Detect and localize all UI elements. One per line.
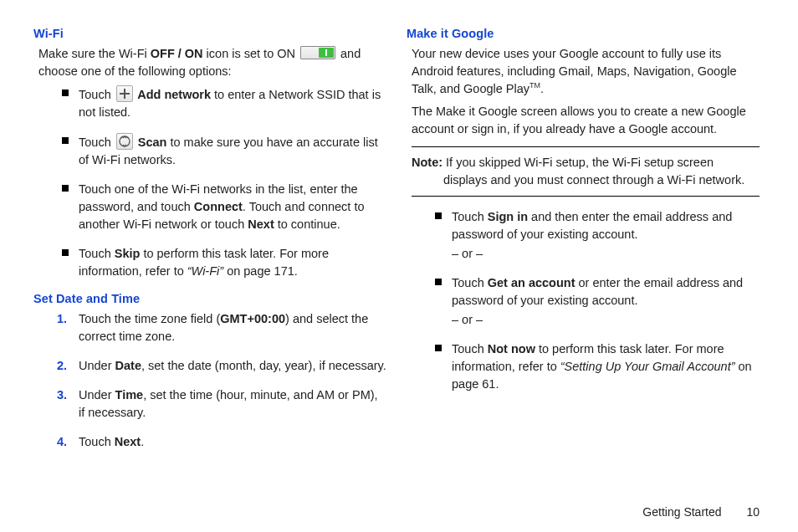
text: Touch the time zone field ( <box>79 312 220 325</box>
list-item: Touch Add network to enter a Network SSI… <box>62 85 386 121</box>
text: Touch <box>452 210 488 223</box>
step-item: Touch Next. <box>57 433 386 451</box>
text: icon is set to ON <box>203 47 299 60</box>
heading-wifi: Wi-Fi <box>33 27 386 40</box>
text-bold: Connect <box>194 200 243 213</box>
text-bold: GMT+00:00 <box>220 312 285 325</box>
text: Touch <box>452 276 488 289</box>
or-separator: – or – <box>452 311 760 329</box>
text: , set the date (month, day, year), if ne… <box>141 359 386 372</box>
text: Touch <box>79 88 115 101</box>
list-item: Touch Sign in and then enter the email a… <box>435 208 760 263</box>
text-bold: Scan <box>135 136 167 149</box>
note-block: Note: If you skipped Wi-Fi setup, the Wi… <box>412 146 760 197</box>
footer-section: Getting Started <box>642 505 721 519</box>
heading-google: Make it Google <box>407 27 760 40</box>
text: Under <box>79 388 115 402</box>
google-p2: The Make it Google screen allows you to … <box>412 103 760 138</box>
date-steps: Touch the time zone field (GMT+00:00) an… <box>38 310 386 451</box>
list-item: Touch one of the Wi-Fi networks in the l… <box>62 181 386 233</box>
text-bold: Not now <box>488 342 535 356</box>
list-item: Touch Get an account or enter the email … <box>435 274 760 329</box>
scan-icon <box>116 133 133 150</box>
right-column: Make it Google Your new device uses your… <box>412 27 760 463</box>
columns: Wi-Fi Make sure the Wi-Fi OFF / ON icon … <box>38 27 760 463</box>
wifi-list: Touch Add network to enter a Network SSI… <box>38 85 386 280</box>
text: Touch <box>452 342 488 356</box>
page: Wi-Fi Make sure the Wi-Fi OFF / ON icon … <box>0 0 798 532</box>
left-column: Wi-Fi Make sure the Wi-Fi OFF / ON icon … <box>38 27 386 463</box>
step-item: Touch the time zone field (GMT+00:00) an… <box>57 310 386 345</box>
or-separator: – or – <box>452 245 760 263</box>
text-bold: Next <box>248 217 274 231</box>
text: Make sure the Wi-Fi <box>38 47 151 60</box>
text: Touch <box>79 435 115 448</box>
google-p1: Your new device uses your Google account… <box>412 45 760 98</box>
trademark: TM <box>529 81 540 90</box>
step-item: Under Date, set the date (month, day, ye… <box>57 357 386 375</box>
step-item: Under Time, set the time (hour, minute, … <box>57 386 386 422</box>
text: If you skipped Wi-Fi setup, the Wi-Fi se… <box>442 156 744 187</box>
cross-reference: “Wi-Fi” <box>187 264 223 278</box>
note-label: Note: <box>412 156 442 169</box>
text-bold: Time <box>115 388 144 402</box>
page-footer: Getting Started 10 <box>642 505 760 519</box>
text: Your new device uses your Google account… <box>412 47 736 95</box>
text-bold: Next <box>115 435 141 448</box>
text: Touch <box>79 247 115 260</box>
google-list: Touch Sign in and then enter the email a… <box>412 208 760 393</box>
plus-icon <box>116 85 133 102</box>
wifi-intro: Make sure the Wi-Fi OFF / ON icon is set… <box>38 45 386 80</box>
text-bold: OFF / ON <box>151 47 203 60</box>
heading-date-time: Set Date and Time <box>33 292 386 305</box>
note-text: Note: If you skipped Wi-Fi setup, the Wi… <box>412 154 760 189</box>
cross-reference: “Setting Up Your Gmail Account” <box>560 360 735 373</box>
text: . <box>141 435 144 448</box>
text-bold: Sign in <box>488 210 528 223</box>
list-item: Touch Skip to perform this task later. F… <box>62 245 386 280</box>
text: Under <box>79 359 115 372</box>
switch-on-icon <box>300 46 335 59</box>
text: Touch <box>79 136 115 149</box>
text-bold: Add network <box>135 88 211 101</box>
page-number: 10 <box>746 505 760 519</box>
list-item: Touch Scan to make sure you have an accu… <box>62 133 386 169</box>
list-item: Touch Not now to perform this task later… <box>435 340 760 393</box>
text-bold: Skip <box>115 247 141 260</box>
text: . <box>540 82 544 95</box>
text: to continue. <box>274 217 340 231</box>
text: on page 171. <box>223 264 298 278</box>
text-bold: Get an account <box>488 276 575 289</box>
text-bold: Date <box>115 359 141 372</box>
